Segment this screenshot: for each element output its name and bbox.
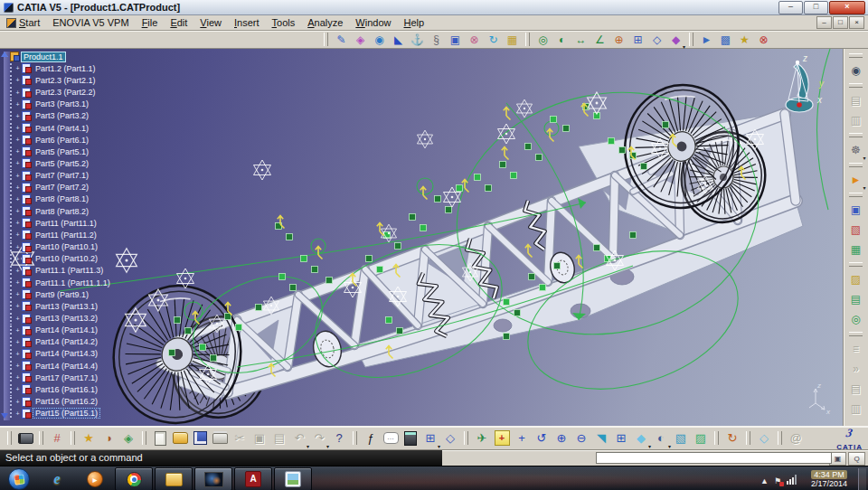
menu-item-enovia-v5-vpm[interactable]: ENOVIA V5 VPM	[46, 15, 135, 30]
tree-expander-icon[interactable]: +	[14, 363, 21, 369]
menu-item-edit[interactable]: Edit	[164, 15, 193, 30]
tree-expander-icon[interactable]: +	[14, 65, 21, 71]
tree-item-part16-part16-2[interactable]: +Part16 (Part16.2)	[3, 396, 112, 408]
tree-item-label[interactable]: Part1.2 (Part1.1)	[33, 64, 98, 73]
toolbar-handle[interactable]	[849, 53, 863, 58]
start-button-taskbar-button[interactable]	[1, 468, 37, 490]
grid-options-icon[interactable]: #	[48, 429, 66, 448]
tree-item-label[interactable]: Part10 (Part10.2)	[33, 254, 99, 263]
tree-expander-icon[interactable]: +	[14, 410, 21, 417]
tree-scroll-up-icon[interactable]	[1, 52, 8, 57]
toolbar-handle[interactable]	[71, 431, 75, 445]
3d-viewport[interactable]: z y x z x −Product1.1+Part1.2 (Part1.1)+…	[0, 49, 843, 426]
tree-expander-icon[interactable]: +	[14, 303, 21, 309]
tree-item-part7-part7-2[interactable]: +Part7 (Part7.2)	[3, 182, 112, 193]
save-icon[interactable]	[191, 429, 209, 448]
fix-together-icon[interactable]: ⊞	[629, 31, 646, 48]
tree-item-label[interactable]: Part7 (Part7.1)	[33, 171, 90, 180]
tree-item-label[interactable]: Part14 (Part14.4)	[33, 362, 99, 371]
3d-compass[interactable]: z y x	[786, 53, 825, 112]
tree-expander-icon[interactable]: +	[14, 291, 21, 297]
select-tool-icon[interactable]: ►▾	[847, 171, 865, 189]
toolbar-handle[interactable]	[849, 332, 863, 336]
dropdown-arrow-icon[interactable]: ▾	[307, 443, 309, 449]
menu-item-help[interactable]: Help	[398, 15, 431, 30]
tree-item-part11-1-part11-1-1[interactable]: +Part11.1 (Part11.1.1)	[3, 277, 112, 288]
comment-icon[interactable]: …	[382, 429, 400, 448]
tree-item-label[interactable]: Part11.1 (Part11.3)	[33, 266, 105, 275]
tree-expander-icon[interactable]: +	[14, 77, 21, 83]
tree-item-part9-part9-1[interactable]: +Part9 (Part9.1)	[3, 288, 112, 300]
explode-assembly-icon[interactable]: ★	[736, 31, 753, 48]
close-button[interactable]: ×	[829, 1, 865, 14]
tree-expander-icon[interactable]: +	[14, 184, 21, 191]
tree-item-part6-part6-1[interactable]: +Part6 (Part6.1)	[3, 134, 112, 146]
tree-item-part8-part8-2[interactable]: +Part8 (Part8.2)	[3, 205, 112, 217]
tree-item-label[interactable]: Part16 (Part16.1)	[33, 385, 99, 394]
fly-mode-icon[interactable]: ✈	[473, 429, 491, 448]
catalog-icon[interactable]: ★	[80, 429, 98, 448]
toolbar-handle[interactable]	[746, 431, 750, 445]
tree-item-part5-part5-2[interactable]: +Part5 (Part5.2)	[3, 157, 112, 169]
anchor-icon[interactable]: ⚓	[409, 31, 426, 48]
whats-this-icon[interactable]: ?	[330, 429, 348, 448]
tree-item-label[interactable]: Part3 (Part3.1)	[33, 99, 90, 108]
tree-item-label[interactable]: Part13 (Part13.2)	[33, 314, 99, 323]
tree-expander-icon[interactable]: +	[14, 327, 21, 334]
tree-expander-icon[interactable]: +	[14, 90, 21, 96]
toolbar-handle[interactable]	[849, 262, 863, 267]
tree-expander-icon[interactable]: +	[14, 339, 21, 345]
3d-model-scene[interactable]: z y x z x	[0, 49, 843, 426]
mdi-close-button[interactable]: ×	[849, 16, 864, 29]
toolbar-handle[interactable]	[778, 431, 782, 445]
power-input-icon[interactable]: Q	[848, 452, 865, 466]
pan-icon[interactable]: +	[513, 429, 531, 448]
tree-item-label[interactable]: Part9 (Part9.1)	[33, 290, 90, 299]
tree-expander-icon[interactable]: +	[14, 148, 21, 155]
replace-component-icon[interactable]: ▨	[847, 270, 865, 288]
calculator-icon[interactable]	[401, 429, 420, 448]
reuse-pattern-icon[interactable]: ▩	[717, 31, 734, 48]
tree-item-label[interactable]: Part17 (Part17.1)	[33, 373, 99, 382]
tree-item-part17-part17-1[interactable]: +Part17 (Part17.1)	[3, 372, 112, 383]
zoom-out-icon[interactable]: ⊖	[572, 429, 590, 448]
tree-item-part11-part11-1[interactable]: +Part11 (Part11.1)	[3, 217, 112, 229]
tree-item-label[interactable]: Part2.3 (Part2.2)	[33, 88, 98, 97]
angle-constraint-icon[interactable]: ∠	[591, 31, 609, 48]
tree-item-part14-part14-2[interactable]: +Part14 (Part14.2)	[3, 336, 112, 348]
tree-item-part10-part10-1[interactable]: +Part10 (Part10.1)	[3, 241, 112, 253]
exploded-view-icon[interactable]: ◈	[352, 31, 369, 48]
tree-item-label[interactable]: Part11.1 (Part11.1.1)	[33, 278, 112, 287]
toolbar-handle[interactable]	[849, 133, 863, 137]
adobe-reader-taskbar-button[interactable]: A	[234, 467, 272, 490]
dropdown-arrow-icon[interactable]: ▾	[648, 443, 651, 449]
screen-capture-icon[interactable]	[16, 429, 34, 448]
tree-item-label[interactable]: Part8 (Part8.1)	[33, 194, 90, 203]
toolbar-handle[interactable]	[7, 431, 12, 445]
menu-item-insert[interactable]: Insert	[228, 15, 266, 30]
tree-item-part8-part8-1[interactable]: +Part8 (Part8.1)	[3, 193, 112, 205]
tree-expander-icon[interactable]: +	[14, 101, 21, 108]
tree-item-part1-2-part1-1[interactable]: +Part1.2 (Part1.1)	[3, 62, 112, 74]
chrome-taskbar-button[interactable]	[115, 467, 153, 490]
hidden-icons-tray-icon[interactable]: ▲	[760, 471, 769, 487]
tree-item-label[interactable]: Part14 (Part14.1)	[33, 325, 99, 335]
tree-item-product1-1[interactable]: −Product1.1	[3, 51, 112, 62]
windows-media-player-taskbar-button[interactable]: ▸	[77, 468, 113, 490]
network-tray-icon[interactable]	[787, 475, 797, 485]
tree-expander-icon[interactable]: +	[14, 137, 21, 143]
offset-constraint-icon[interactable]: ↔	[572, 31, 590, 48]
tree-item-part14-part14-3[interactable]: +Part14 (Part14.3)	[3, 348, 112, 360]
toolbar-handle[interactable]	[39, 431, 43, 445]
tree-item-part5-part5-1[interactable]: +Part5 (Part5.1)	[3, 146, 112, 157]
normal-view-icon[interactable]: ◥	[592, 429, 610, 448]
dropdown-arrow-icon[interactable]: ▾	[438, 443, 440, 449]
clash-detection-icon[interactable]: ⊗	[755, 31, 772, 48]
tree-item-part11-part11-2[interactable]: +Part11 (Part11.2)	[3, 229, 112, 240]
tree-expander-icon[interactable]: +	[14, 173, 21, 179]
zoom-in-icon[interactable]: ⊕	[552, 429, 571, 448]
menu-item-tools[interactable]: Tools	[266, 15, 302, 30]
new-component-icon[interactable]: ▣	[847, 201, 865, 219]
taskbar-clock[interactable]: 4:34 PM 2/17/2014	[811, 470, 847, 488]
tree-item-part3-part3-1[interactable]: +Part3 (Part3.1)	[3, 99, 112, 110]
